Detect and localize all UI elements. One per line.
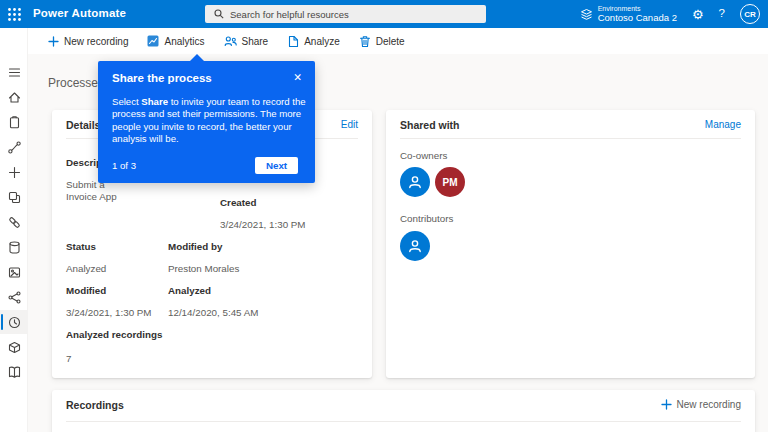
teaching-bubble: Share the process ✕ Select Share to invi…: [98, 61, 315, 183]
help-icon[interactable]: ?: [719, 8, 725, 20]
topbar-right-cluster: Environments Contoso Canada 2 ⚙ ? CR: [580, 0, 760, 28]
new-recording-button[interactable]: New recording: [48, 36, 128, 47]
network-icon: [7, 290, 22, 305]
analyzed-recordings-label: Analyzed recordings: [66, 329, 162, 340]
app-title[interactable]: Power Automate: [33, 7, 126, 19]
sidebar-item-action-items[interactable]: [0, 110, 28, 134]
bubble-body-line3: people you invite to record, the better …: [112, 121, 292, 132]
new-recording-link[interactable]: New recording: [661, 399, 741, 410]
new-recording-label: New recording: [64, 36, 128, 47]
bubble-step-counter: 1 of 3: [112, 160, 136, 171]
delete-button[interactable]: Delete: [359, 35, 405, 48]
bubble-body-line4: analysis will be.: [112, 133, 179, 144]
divider: [66, 421, 741, 422]
gear-icon[interactable]: ⚙: [692, 8, 704, 21]
created-value: 3/24/2021, 1:30 PM: [220, 219, 306, 231]
app-top-bar: Power Automate Environments Contoso Cana…: [0, 0, 768, 28]
person-icon: [407, 238, 423, 254]
environment-picker[interactable]: Environments Contoso Canada 2: [580, 5, 677, 24]
shared-with-card: Shared with Manage Co-owners PM Contribu…: [386, 110, 755, 378]
sidebar-item-menu[interactable]: [0, 60, 28, 84]
description-value-line2: Invoice App: [66, 191, 117, 203]
contributor-avatar[interactable]: [400, 231, 430, 261]
edit-link[interactable]: Edit: [341, 119, 358, 130]
plus-icon: [661, 399, 672, 410]
analytics-icon: [147, 35, 159, 47]
co-owner-avatar-pm[interactable]: PM: [435, 167, 465, 197]
new-recording-link-label: New recording: [677, 399, 741, 410]
link-icon: [7, 215, 22, 230]
search-input[interactable]: [230, 9, 460, 20]
person-icon: [407, 174, 423, 190]
environments-label: Environments: [598, 5, 677, 13]
sidebar-item-create[interactable]: [0, 160, 28, 184]
analyzed-label: Analyzed: [168, 285, 211, 296]
analyze-label: Analyze: [304, 36, 340, 47]
clipboard-icon: [7, 115, 22, 130]
left-nav-rail: [0, 28, 28, 432]
divider: [400, 138, 741, 139]
modified-by-value: Preston Morales: [168, 263, 239, 275]
bubble-title: Share the process: [112, 72, 212, 84]
bubble-body-line1-pre: Select: [112, 96, 141, 107]
plus-icon: [7, 165, 22, 180]
waffle-icon[interactable]: [7, 7, 22, 22]
analytics-button[interactable]: Analytics: [147, 35, 204, 47]
co-owners-label: Co-owners: [400, 150, 447, 161]
sidebar-item-templates[interactable]: [0, 185, 28, 209]
created-label: Created: [220, 197, 256, 208]
sidebar-item-monitor[interactable]: [0, 260, 28, 284]
environment-icon: [580, 8, 593, 21]
hamburger-icon: [7, 65, 22, 80]
delete-icon: [359, 35, 371, 48]
book-icon: [7, 365, 22, 380]
bubble-body: Select Share to invite your team to reco…: [112, 96, 307, 146]
sidebar-item-my-flows[interactable]: [0, 135, 28, 159]
status-label: Status: [66, 241, 96, 252]
image-icon: [7, 265, 22, 280]
modified-value: 3/24/2021, 1:30 PM: [66, 307, 152, 319]
home-icon: [7, 90, 22, 105]
plus-icon: [48, 36, 59, 47]
analyzed-recordings-value: 7: [66, 353, 71, 365]
contributors-label: Contributors: [400, 213, 453, 224]
status-value: Analyzed: [66, 263, 106, 275]
flow-icon: [7, 140, 22, 155]
search-icon: [214, 9, 224, 19]
templates-icon: [7, 190, 22, 205]
sidebar-item-process-advisor[interactable]: [0, 310, 28, 334]
co-owner-avatar[interactable]: [400, 167, 430, 197]
analyze-button[interactable]: Analyze: [287, 35, 340, 48]
modified-label: Modified: [66, 285, 106, 296]
analyzed-value: 12/14/2020, 5:45 AM: [168, 307, 258, 319]
recordings-title: Recordings: [66, 399, 124, 411]
manage-link[interactable]: Manage: [705, 119, 741, 130]
breadcrumb[interactable]: Processes: [48, 76, 104, 90]
box-icon: [7, 340, 22, 355]
analytics-label: Analytics: [164, 36, 204, 47]
analyze-icon: [287, 35, 299, 48]
close-icon[interactable]: ✕: [291, 69, 304, 85]
sidebar-item-home[interactable]: [0, 85, 28, 109]
sidebar-item-connectors[interactable]: [0, 210, 28, 234]
bubble-body-line1-bold: Share: [141, 96, 168, 107]
user-avatar[interactable]: CR: [740, 4, 760, 24]
recordings-card: Recordings New recording: [52, 390, 755, 432]
database-icon: [7, 240, 22, 255]
bubble-beak: [190, 54, 204, 61]
sidebar-item-data[interactable]: [0, 235, 28, 259]
environment-name: Contoso Canada 2: [598, 13, 677, 24]
search-box[interactable]: [205, 5, 486, 23]
details-card-title: Details: [66, 119, 100, 131]
share-label: Share: [242, 36, 269, 47]
sidebar-item-ai-builder[interactable]: [0, 285, 28, 309]
share-button[interactable]: Share: [224, 35, 269, 47]
modified-by-label: Modified by: [168, 241, 222, 252]
shared-with-title: Shared with: [400, 119, 460, 131]
sidebar-item-solutions[interactable]: [0, 335, 28, 359]
bubble-body-line2: process and set their permissions. The m…: [112, 108, 301, 119]
bubble-body-line1-post: to invite your team to record the: [168, 96, 306, 107]
share-icon: [224, 35, 237, 47]
next-button[interactable]: Next: [255, 157, 298, 174]
sidebar-item-learn[interactable]: [0, 360, 28, 384]
